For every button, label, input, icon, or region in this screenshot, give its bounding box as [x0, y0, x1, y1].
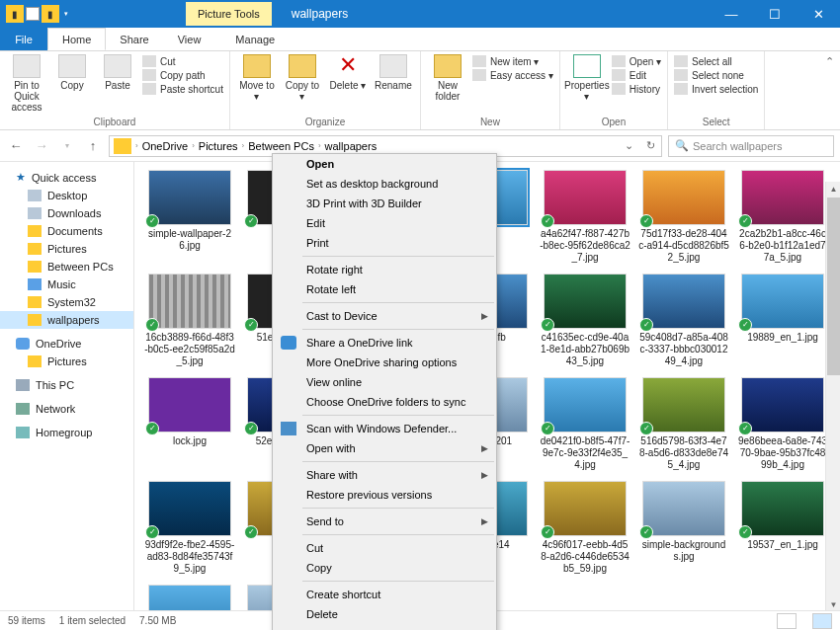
file-item[interactable]: ✓8476bbdd-cda2-4 — [144, 585, 235, 610]
ctx-share-with[interactable]: Share with▶ — [273, 465, 496, 485]
file-item[interactable]: ✓4c96f017-eebb-4d58-a2d6-c446de6534b5_59… — [540, 481, 630, 575]
ctx-3d-print[interactable]: 3D Print with 3D Builder — [273, 194, 496, 213]
contextual-tab-picture-tools[interactable]: Picture Tools — [186, 2, 272, 26]
ctx-create-shortcut[interactable]: Create shortcut — [273, 585, 496, 604]
tab-share[interactable]: Share — [106, 28, 163, 50]
view-details-button[interactable] — [777, 613, 797, 629]
sidebar-documents[interactable]: Documents — [0, 222, 133, 240]
history-button[interactable]: History — [612, 82, 661, 96]
ctx-restore-versions[interactable]: Restore previous versions — [273, 485, 496, 505]
properties-button[interactable]: Properties ▾ — [566, 54, 608, 102]
file-item[interactable]: ✓c41635ec-cd9e-40a1-8e1d-abb27b069b43_5.… — [540, 274, 630, 367]
sidebar-pictures[interactable]: Pictures — [0, 240, 133, 258]
recent-dropdown[interactable]: ▾ — [57, 136, 77, 156]
ctx-delete[interactable]: Delete — [273, 604, 496, 624]
refresh-button[interactable]: ↻ — [639, 139, 661, 152]
vertical-scrollbar[interactable]: ▲ ▼ — [825, 182, 840, 612]
tab-manage[interactable]: Manage — [221, 28, 290, 50]
ctx-view-online[interactable]: View online — [273, 372, 496, 392]
view-thumbnails-button[interactable] — [812, 613, 832, 629]
ctx-rename[interactable]: Rename — [273, 624, 496, 630]
paste-button[interactable]: Paste — [97, 54, 138, 91]
tab-file[interactable]: File — [0, 28, 47, 50]
sidebar-desktop[interactable]: Desktop — [0, 187, 133, 204]
file-item[interactable]: ✓75d17f33-de28-404c-a914-d5cd8826bf52_5.… — [638, 170, 729, 264]
ctx-send-to[interactable]: Send to▶ — [273, 512, 496, 531]
ctx-open[interactable]: Open — [273, 154, 496, 174]
delete-button[interactable]: ✕Delete ▾ — [327, 54, 369, 91]
select-all-button[interactable]: Select all — [674, 54, 758, 68]
paste-shortcut-button[interactable]: Paste shortcut — [142, 82, 223, 96]
crumb-onedrive[interactable]: OneDrive — [138, 140, 192, 152]
forward-button[interactable]: → — [32, 136, 51, 156]
ctx-copy[interactable]: Copy — [273, 558, 496, 578]
folder-icon[interactable]: ▮ — [6, 5, 24, 23]
sidebar-quick-access[interactable]: ★Quick access — [0, 168, 133, 187]
ctx-scan-defender[interactable]: Scan with Windows Defender... — [273, 419, 496, 438]
new-item-button[interactable]: New item ▾ — [472, 54, 553, 68]
file-item[interactable]: ✓93df9f2e-fbe2-4595-ad83-8d84fe35743f9_5… — [144, 481, 235, 575]
search-input[interactable]: 🔍 Search wallpapers — [668, 135, 834, 157]
back-button[interactable]: ← — [6, 136, 26, 156]
new-folder-button[interactable]: New folder — [427, 54, 468, 102]
rename-button[interactable]: Rename — [373, 54, 414, 91]
address-dropdown-icon[interactable]: ⌄ — [618, 139, 639, 152]
move-to-button[interactable]: Move to ▾ — [236, 54, 278, 102]
sidebar-onedrive[interactable]: OneDrive — [0, 335, 133, 353]
sidebar-network[interactable]: Network — [0, 400, 133, 418]
crumb-between-pcs[interactable]: Between PCs — [244, 140, 318, 152]
file-item[interactable]: ✓a4a62f47-f887-427b-b8ec-95f62de86ca2_7.… — [540, 170, 630, 264]
sidebar-od-pictures[interactable]: Pictures — [0, 353, 133, 370]
invert-selection-button[interactable]: Invert selection — [674, 82, 758, 96]
qat-properties-icon[interactable]: ✓ — [26, 7, 40, 21]
copy-to-button[interactable]: Copy to ▾ — [282, 54, 323, 102]
sidebar-music[interactable]: Music — [0, 276, 133, 293]
file-item[interactable]: ✓16cb3889-f66d-48f3-b0c5-ee2c59f85a2d_5.… — [144, 274, 235, 367]
ctx-rotate-right[interactable]: Rotate right — [273, 260, 496, 279]
ctx-rotate-left[interactable]: Rotate left — [273, 279, 496, 299]
crumb-pictures[interactable]: Pictures — [195, 140, 242, 152]
scroll-up-icon[interactable]: ▲ — [826, 182, 840, 197]
ctx-cut[interactable]: Cut — [273, 538, 496, 558]
sidebar-homegroup[interactable]: Homegroup — [0, 424, 133, 441]
pin-quick-access-button[interactable]: Pin to Quick access — [6, 54, 47, 113]
sidebar-downloads[interactable]: Downloads — [0, 204, 133, 222]
ctx-choose-folders[interactable]: Choose OneDrive folders to sync — [273, 392, 496, 412]
easy-access-button[interactable]: Easy access ▾ — [472, 68, 553, 82]
file-item[interactable]: ✓9e86beea-6a8e-74370-9bae-95b37fc4899b_4… — [737, 377, 828, 471]
ctx-cast[interactable]: Cast to Device▶ — [273, 306, 496, 326]
collapse-ribbon-button[interactable]: ⌃ — [818, 51, 840, 129]
file-item[interactable]: ✓19537_en_1.jpg — [737, 481, 828, 575]
qat-folder-icon[interactable]: ▮ — [42, 5, 59, 23]
sidebar-this-pc[interactable]: This PC — [0, 376, 133, 394]
up-button[interactable]: ↑ — [83, 136, 103, 156]
file-item[interactable]: ✓simple-backgrounds.jpg — [638, 481, 729, 575]
file-item[interactable]: ✓lock.jpg — [144, 377, 235, 471]
file-item[interactable]: ✓simple-wallpaper-26.jpg — [144, 170, 235, 264]
tab-view[interactable]: View — [164, 28, 216, 50]
edit-button[interactable]: Edit — [612, 68, 661, 82]
select-none-button[interactable]: Select none — [674, 68, 758, 82]
cut-button[interactable]: Cut — [142, 54, 223, 68]
open-button[interactable]: Open ▾ — [612, 54, 661, 68]
file-item[interactable]: ✓19889_en_1.jpg — [737, 274, 828, 367]
ctx-open-with[interactable]: Open with▶ — [273, 438, 496, 458]
ctx-set-background[interactable]: Set as desktop background — [273, 174, 496, 194]
sidebar-system32[interactable]: System32 — [0, 293, 133, 311]
copy-path-button[interactable]: Copy path — [142, 68, 223, 82]
ctx-print[interactable]: Print — [273, 233, 496, 253]
sidebar-wallpapers[interactable]: wallpapers — [0, 311, 133, 329]
file-item[interactable]: ✓59c408d7-a85a-408c-3337-bbbc03001249_4.… — [638, 274, 729, 367]
crumb-wallpapers[interactable]: wallpapers — [321, 140, 381, 152]
scroll-thumb[interactable] — [827, 197, 840, 375]
qat-dropdown-icon[interactable]: ▾ — [61, 10, 71, 18]
ctx-share-link[interactable]: Share a OneDrive link — [273, 333, 496, 353]
ctx-more-sharing[interactable]: More OneDrive sharing options — [273, 353, 496, 372]
ctx-edit[interactable]: Edit — [273, 213, 496, 233]
maximize-button[interactable]: ☐ — [753, 0, 797, 28]
copy-button[interactable]: Copy — [51, 54, 93, 91]
tab-home[interactable]: Home — [47, 28, 106, 50]
close-button[interactable]: ✕ — [797, 0, 840, 28]
file-item[interactable]: ✓de0421f0-b8f5-47f7-9e7c-9e33f2f4e35_4.j… — [540, 377, 630, 471]
minimize-button[interactable]: — — [710, 0, 753, 28]
